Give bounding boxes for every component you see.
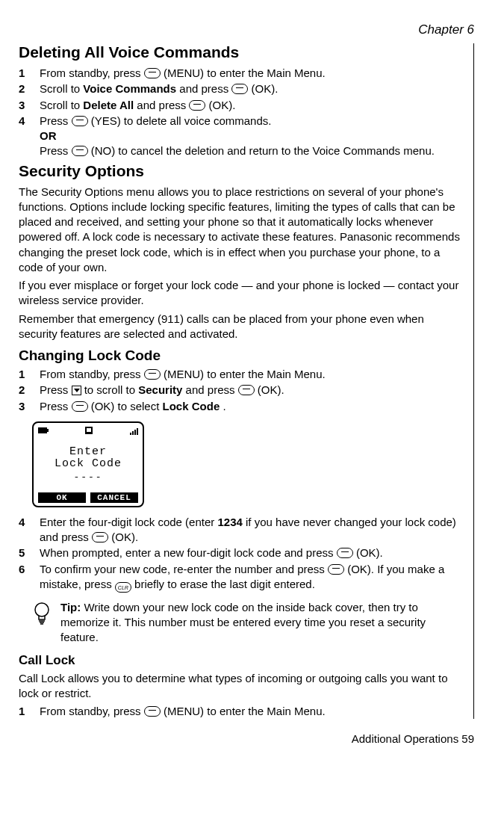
text: and press bbox=[186, 383, 238, 396]
text: From standby, press bbox=[40, 368, 144, 380]
text: (OK) to select bbox=[91, 400, 163, 412]
deleting-step-1: 1 From standby, press (MENU) to enter th… bbox=[19, 66, 460, 81]
text: and press bbox=[137, 99, 189, 111]
changing-step-3: 3 Press (OK) to select Lock Code . bbox=[19, 399, 460, 414]
ok-key-icon bbox=[72, 401, 88, 412]
text: (OK). bbox=[356, 546, 383, 559]
text: To confirm your new code, re-enter the n… bbox=[40, 563, 328, 575]
tip-label: Tip: bbox=[60, 601, 81, 613]
changing-step-5: 5 When prompted, enter a new four-digit … bbox=[19, 545, 460, 560]
deleting-step-4: 4 Press (YES) to delete all voice comman… bbox=[19, 114, 460, 159]
text: (MENU) to enter the Main Menu. bbox=[164, 368, 326, 380]
heading-deleting: Deleting All Voice Commands bbox=[19, 43, 460, 61]
security-paragraph-3: Remember that emergency (911) calls can … bbox=[19, 312, 460, 342]
text: Press bbox=[40, 400, 72, 412]
step-number: 4 bbox=[19, 114, 40, 159]
delete-all-label: Delete All bbox=[83, 99, 134, 111]
ok-key-icon bbox=[238, 385, 255, 395]
tip-block: Tip: Write down your new lock code on th… bbox=[32, 600, 460, 646]
text: Scroll to bbox=[40, 99, 83, 111]
voice-commands-label: Voice Commands bbox=[83, 82, 176, 95]
security-paragraph-2: If you ever misplace or forget your lock… bbox=[19, 278, 460, 309]
lock-code-label: Lock Code bbox=[163, 400, 220, 412]
display-ok-softkey: OK bbox=[38, 492, 86, 503]
step-number: 3 bbox=[19, 98, 40, 113]
ok-key-icon bbox=[337, 548, 353, 558]
no-key-icon bbox=[72, 146, 88, 156]
heading-security: Security Options bbox=[19, 162, 460, 180]
changing-step-1: 1 From standby, press (MENU) to enter th… bbox=[19, 367, 460, 382]
step-number: 3 bbox=[19, 399, 40, 414]
yes-key-icon bbox=[72, 116, 88, 126]
text: When prompted, enter a new four-digit lo… bbox=[40, 546, 337, 559]
digital-icon bbox=[85, 427, 93, 434]
heading-call-lock: Call Lock bbox=[19, 653, 460, 668]
text: (MENU) to enter the Main Menu. bbox=[164, 67, 326, 79]
calllock-step-1: 1 From standby, press (MENU) to enter th… bbox=[19, 704, 460, 719]
text: Press bbox=[40, 383, 72, 396]
text: . bbox=[223, 400, 225, 412]
display-dashes: ---- bbox=[73, 472, 102, 483]
text: (OK). bbox=[252, 82, 279, 95]
menu-key-icon bbox=[144, 369, 161, 380]
step-number: 1 bbox=[19, 367, 40, 382]
text: (NO) to cancel the deletion and return t… bbox=[91, 144, 435, 157]
changing-step-2: 2 Press to scroll to Security and press … bbox=[19, 383, 460, 398]
step-number: 1 bbox=[19, 704, 40, 719]
signal-icon bbox=[130, 427, 138, 435]
text: From standby, press bbox=[40, 67, 144, 79]
text: (YES) to delete all voice commands. bbox=[91, 114, 272, 127]
text: (OK). bbox=[111, 531, 138, 543]
text: (MENU) to enter the Main Menu. bbox=[164, 705, 326, 717]
display-cancel-softkey: CANCEL bbox=[90, 492, 138, 503]
step-number: 1 bbox=[19, 66, 40, 81]
security-paragraph-1: The Security Options menu allows you to … bbox=[19, 185, 460, 276]
phone-screen-illustration: Enter Lock Code ---- OK CANCEL bbox=[32, 421, 144, 507]
or-label: OR bbox=[40, 129, 460, 143]
lightbulb-icon bbox=[32, 602, 52, 630]
text: to scroll to bbox=[84, 383, 139, 396]
text: (OK). bbox=[258, 383, 284, 396]
step-number: 2 bbox=[19, 81, 40, 96]
text: briefly to erase the last digit entered. bbox=[134, 578, 315, 590]
battery-icon bbox=[38, 427, 47, 433]
text: Press bbox=[40, 144, 72, 157]
text: and press bbox=[179, 82, 231, 95]
clr-key-icon: CLR bbox=[115, 582, 131, 593]
text: Scroll to bbox=[40, 82, 83, 95]
text: Enter the four-digit lock code (enter bbox=[40, 516, 217, 528]
ok-key-icon bbox=[92, 532, 108, 542]
changing-step-4: 4 Enter the four-digit lock code (enter … bbox=[19, 515, 460, 545]
display-line-2: Lock Code bbox=[55, 458, 122, 471]
tip-text: Write down your new lock code on the ins… bbox=[60, 601, 426, 644]
menu-key-icon bbox=[144, 706, 161, 717]
text: (OK). bbox=[209, 99, 236, 111]
step-number: 5 bbox=[19, 545, 40, 560]
call-lock-paragraph: Call Lock allows you to determine what t… bbox=[19, 671, 460, 702]
default-code-label: 1234 bbox=[217, 516, 242, 528]
deleting-step-2: 2 Scroll to Voice Commands and press (OK… bbox=[19, 81, 460, 96]
menu-key-icon bbox=[144, 68, 161, 78]
ok-key-icon bbox=[328, 564, 344, 575]
step-number: 2 bbox=[19, 383, 40, 398]
security-label: Security bbox=[138, 383, 182, 396]
ok-key-icon bbox=[231, 84, 248, 94]
chapter-header: Chapter 6 bbox=[19, 22, 474, 37]
text: Press bbox=[40, 114, 72, 127]
step-number: 4 bbox=[19, 515, 40, 545]
heading-changing-lock-code: Changing Lock Code bbox=[19, 347, 460, 364]
text: From standby, press bbox=[40, 705, 144, 717]
ok-key-icon bbox=[189, 100, 205, 111]
deleting-step-3: 3 Scroll to Delete All and press (OK). bbox=[19, 98, 460, 113]
step-number: 6 bbox=[19, 562, 40, 593]
down-arrow-icon bbox=[72, 386, 81, 395]
page-footer: Additional Operations 59 bbox=[19, 732, 474, 745]
svg-point-0 bbox=[35, 603, 49, 616]
display-line-1: Enter bbox=[69, 446, 107, 459]
changing-step-6: 6 To confirm your new code, re-enter the… bbox=[19, 562, 460, 593]
